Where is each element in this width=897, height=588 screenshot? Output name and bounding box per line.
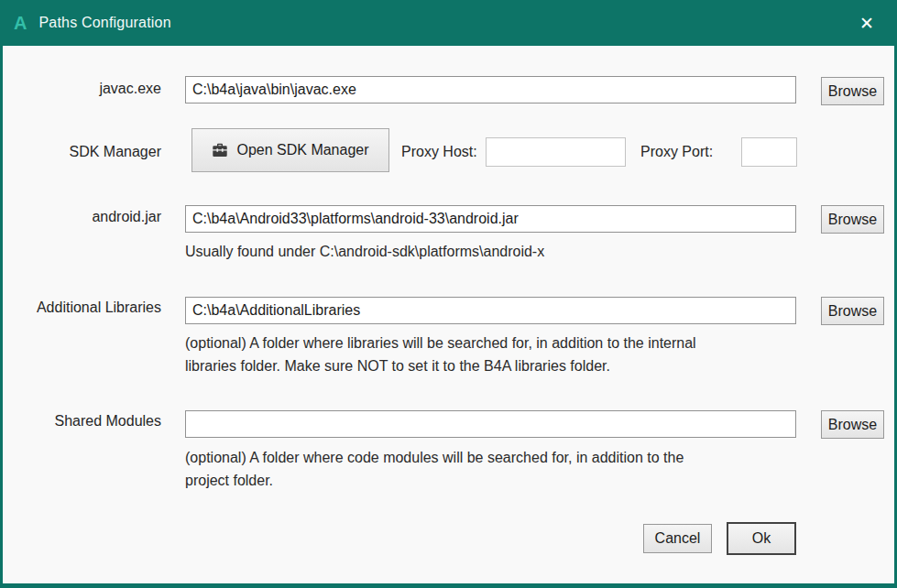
additional-libraries-path-input[interactable] <box>185 297 796 324</box>
hint-line: libraries folder. Make sure NOT to set i… <box>185 354 696 377</box>
javac-browse-button[interactable]: Browse <box>821 77 884 105</box>
hint-line: (optional) A folder where code modules w… <box>185 446 684 469</box>
close-icon[interactable]: ✕ <box>851 7 882 38</box>
shared-modules-hint: (optional) A folder where code modules w… <box>185 446 684 492</box>
dialog-content: javac.exe Browse SDK Manager Open SDK Ma… <box>3 46 894 584</box>
shared-modules-path-input[interactable] <box>185 410 796 438</box>
paths-configuration-dialog: A Paths Configuration ✕ javac.exe Browse… <box>0 0 897 588</box>
window-title: Paths Configuration <box>38 15 170 31</box>
toolbox-icon <box>212 143 228 158</box>
android-jar-hint: Usually found under C:\android-sdk\platf… <box>185 240 544 263</box>
android-jar-browse-button[interactable]: Browse <box>821 205 884 234</box>
shared-modules-label: Shared Modules <box>3 413 161 430</box>
android-jar-path-input[interactable] <box>185 205 796 233</box>
cancel-button[interactable]: Cancel <box>643 524 712 553</box>
b4a-logo-icon: A <box>14 13 27 34</box>
hint-line: Usually found under C:\android-sdk\platf… <box>185 240 544 263</box>
android-jar-label: android.jar <box>3 209 161 225</box>
titlebar: A Paths Configuration ✕ <box>0 0 897 46</box>
proxy-host-label: Proxy Host: <box>401 144 477 160</box>
proxy-host-input[interactable] <box>486 137 626 167</box>
proxy-port-label: Proxy Port: <box>640 144 713 160</box>
additional-libraries-label: Additional Libraries <box>3 299 161 316</box>
additional-libraries-browse-button[interactable]: Browse <box>821 297 884 325</box>
hint-line: (optional) A folder where libraries will… <box>185 332 696 354</box>
javac-path-input[interactable] <box>185 76 796 103</box>
proxy-port-input[interactable] <box>741 137 797 167</box>
javac-label: javac.exe <box>3 81 161 97</box>
additional-libraries-hint: (optional) A folder where libraries will… <box>185 332 696 377</box>
hint-line: project folder. <box>185 469 684 492</box>
ok-button[interactable]: Ok <box>727 522 796 555</box>
sdk-manager-label: SDK Manager <box>3 144 161 160</box>
open-sdk-manager-label: Open SDK Manager <box>236 142 368 158</box>
shared-modules-browse-button[interactable]: Browse <box>821 410 884 439</box>
open-sdk-manager-button[interactable]: Open SDK Manager <box>191 128 389 172</box>
